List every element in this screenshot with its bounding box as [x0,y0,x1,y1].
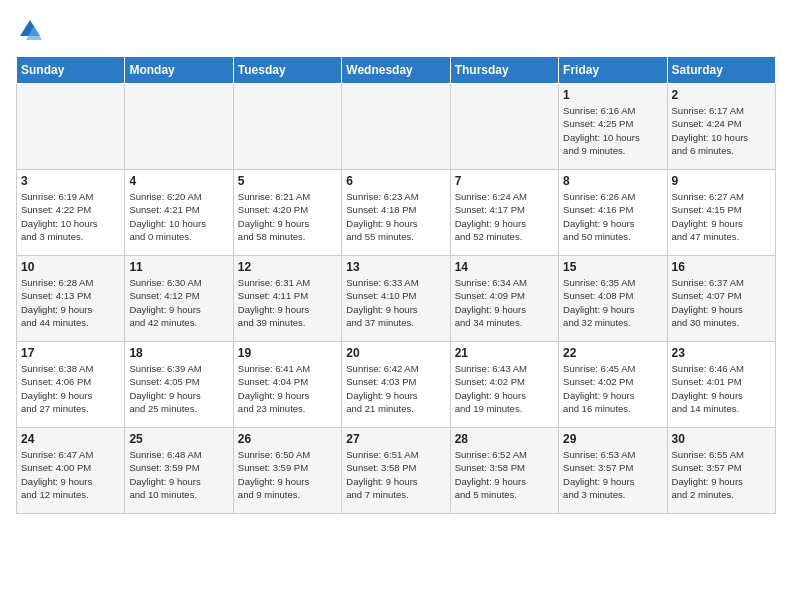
calendar-week-row: 1Sunrise: 6:16 AM Sunset: 4:25 PM Daylig… [17,84,776,170]
day-number: 21 [455,346,554,360]
day-info: Sunrise: 6:42 AM Sunset: 4:03 PM Dayligh… [346,362,445,415]
day-number: 1 [563,88,662,102]
calendar-cell: 25Sunrise: 6:48 AM Sunset: 3:59 PM Dayli… [125,428,233,514]
logo-icon [16,16,44,44]
calendar-cell: 7Sunrise: 6:24 AM Sunset: 4:17 PM Daylig… [450,170,558,256]
calendar-cell [342,84,450,170]
calendar-cell: 22Sunrise: 6:45 AM Sunset: 4:02 PM Dayli… [559,342,667,428]
calendar-cell [233,84,341,170]
calendar-cell: 20Sunrise: 6:42 AM Sunset: 4:03 PM Dayli… [342,342,450,428]
calendar-cell: 3Sunrise: 6:19 AM Sunset: 4:22 PM Daylig… [17,170,125,256]
calendar-cell: 24Sunrise: 6:47 AM Sunset: 4:00 PM Dayli… [17,428,125,514]
day-number: 10 [21,260,120,274]
day-info: Sunrise: 6:50 AM Sunset: 3:59 PM Dayligh… [238,448,337,501]
day-number: 14 [455,260,554,274]
day-number: 17 [21,346,120,360]
day-info: Sunrise: 6:19 AM Sunset: 4:22 PM Dayligh… [21,190,120,243]
day-number: 20 [346,346,445,360]
day-number: 6 [346,174,445,188]
day-number: 22 [563,346,662,360]
weekday-header: Monday [125,57,233,84]
day-number: 9 [672,174,771,188]
day-info: Sunrise: 6:41 AM Sunset: 4:04 PM Dayligh… [238,362,337,415]
day-number: 23 [672,346,771,360]
calendar-cell: 4Sunrise: 6:20 AM Sunset: 4:21 PM Daylig… [125,170,233,256]
calendar-table: SundayMondayTuesdayWednesdayThursdayFrid… [16,56,776,514]
day-info: Sunrise: 6:21 AM Sunset: 4:20 PM Dayligh… [238,190,337,243]
calendar-cell: 1Sunrise: 6:16 AM Sunset: 4:25 PM Daylig… [559,84,667,170]
day-info: Sunrise: 6:20 AM Sunset: 4:21 PM Dayligh… [129,190,228,243]
day-number: 26 [238,432,337,446]
day-number: 11 [129,260,228,274]
day-number: 13 [346,260,445,274]
weekday-header: Wednesday [342,57,450,84]
calendar-header: SundayMondayTuesdayWednesdayThursdayFrid… [17,57,776,84]
day-number: 5 [238,174,337,188]
calendar-cell: 9Sunrise: 6:27 AM Sunset: 4:15 PM Daylig… [667,170,775,256]
weekday-header: Saturday [667,57,775,84]
calendar-cell [17,84,125,170]
day-info: Sunrise: 6:34 AM Sunset: 4:09 PM Dayligh… [455,276,554,329]
day-number: 12 [238,260,337,274]
day-info: Sunrise: 6:28 AM Sunset: 4:13 PM Dayligh… [21,276,120,329]
day-number: 24 [21,432,120,446]
weekday-header: Friday [559,57,667,84]
day-info: Sunrise: 6:17 AM Sunset: 4:24 PM Dayligh… [672,104,771,157]
calendar-cell: 12Sunrise: 6:31 AM Sunset: 4:11 PM Dayli… [233,256,341,342]
calendar-cell: 13Sunrise: 6:33 AM Sunset: 4:10 PM Dayli… [342,256,450,342]
day-info: Sunrise: 6:52 AM Sunset: 3:58 PM Dayligh… [455,448,554,501]
calendar-week-row: 24Sunrise: 6:47 AM Sunset: 4:00 PM Dayli… [17,428,776,514]
day-number: 19 [238,346,337,360]
day-number: 28 [455,432,554,446]
day-info: Sunrise: 6:47 AM Sunset: 4:00 PM Dayligh… [21,448,120,501]
day-info: Sunrise: 6:45 AM Sunset: 4:02 PM Dayligh… [563,362,662,415]
day-number: 2 [672,88,771,102]
calendar-week-row: 17Sunrise: 6:38 AM Sunset: 4:06 PM Dayli… [17,342,776,428]
day-number: 3 [21,174,120,188]
day-info: Sunrise: 6:38 AM Sunset: 4:06 PM Dayligh… [21,362,120,415]
weekday-header: Sunday [17,57,125,84]
calendar-cell: 26Sunrise: 6:50 AM Sunset: 3:59 PM Dayli… [233,428,341,514]
day-info: Sunrise: 6:51 AM Sunset: 3:58 PM Dayligh… [346,448,445,501]
day-info: Sunrise: 6:16 AM Sunset: 4:25 PM Dayligh… [563,104,662,157]
calendar-cell: 2Sunrise: 6:17 AM Sunset: 4:24 PM Daylig… [667,84,775,170]
calendar-cell: 5Sunrise: 6:21 AM Sunset: 4:20 PM Daylig… [233,170,341,256]
day-info: Sunrise: 6:43 AM Sunset: 4:02 PM Dayligh… [455,362,554,415]
calendar-cell: 30Sunrise: 6:55 AM Sunset: 3:57 PM Dayli… [667,428,775,514]
day-info: Sunrise: 6:24 AM Sunset: 4:17 PM Dayligh… [455,190,554,243]
day-info: Sunrise: 6:33 AM Sunset: 4:10 PM Dayligh… [346,276,445,329]
day-info: Sunrise: 6:26 AM Sunset: 4:16 PM Dayligh… [563,190,662,243]
calendar-cell: 6Sunrise: 6:23 AM Sunset: 4:18 PM Daylig… [342,170,450,256]
calendar-week-row: 10Sunrise: 6:28 AM Sunset: 4:13 PM Dayli… [17,256,776,342]
day-info: Sunrise: 6:27 AM Sunset: 4:15 PM Dayligh… [672,190,771,243]
day-info: Sunrise: 6:39 AM Sunset: 4:05 PM Dayligh… [129,362,228,415]
day-info: Sunrise: 6:31 AM Sunset: 4:11 PM Dayligh… [238,276,337,329]
day-info: Sunrise: 6:46 AM Sunset: 4:01 PM Dayligh… [672,362,771,415]
day-info: Sunrise: 6:53 AM Sunset: 3:57 PM Dayligh… [563,448,662,501]
logo [16,16,48,44]
calendar-cell: 27Sunrise: 6:51 AM Sunset: 3:58 PM Dayli… [342,428,450,514]
day-number: 15 [563,260,662,274]
calendar-cell: 28Sunrise: 6:52 AM Sunset: 3:58 PM Dayli… [450,428,558,514]
day-number: 16 [672,260,771,274]
calendar-cell: 19Sunrise: 6:41 AM Sunset: 4:04 PM Dayli… [233,342,341,428]
calendar-cell [450,84,558,170]
calendar-cell: 15Sunrise: 6:35 AM Sunset: 4:08 PM Dayli… [559,256,667,342]
day-number: 29 [563,432,662,446]
day-number: 27 [346,432,445,446]
day-info: Sunrise: 6:23 AM Sunset: 4:18 PM Dayligh… [346,190,445,243]
day-info: Sunrise: 6:37 AM Sunset: 4:07 PM Dayligh… [672,276,771,329]
weekday-header: Thursday [450,57,558,84]
calendar-cell: 17Sunrise: 6:38 AM Sunset: 4:06 PM Dayli… [17,342,125,428]
calendar-week-row: 3Sunrise: 6:19 AM Sunset: 4:22 PM Daylig… [17,170,776,256]
day-number: 30 [672,432,771,446]
day-info: Sunrise: 6:30 AM Sunset: 4:12 PM Dayligh… [129,276,228,329]
calendar-cell: 21Sunrise: 6:43 AM Sunset: 4:02 PM Dayli… [450,342,558,428]
day-info: Sunrise: 6:35 AM Sunset: 4:08 PM Dayligh… [563,276,662,329]
calendar-cell: 11Sunrise: 6:30 AM Sunset: 4:12 PM Dayli… [125,256,233,342]
calendar-cell: 18Sunrise: 6:39 AM Sunset: 4:05 PM Dayli… [125,342,233,428]
day-info: Sunrise: 6:55 AM Sunset: 3:57 PM Dayligh… [672,448,771,501]
calendar-cell [125,84,233,170]
calendar-cell: 8Sunrise: 6:26 AM Sunset: 4:16 PM Daylig… [559,170,667,256]
calendar-cell: 14Sunrise: 6:34 AM Sunset: 4:09 PM Dayli… [450,256,558,342]
